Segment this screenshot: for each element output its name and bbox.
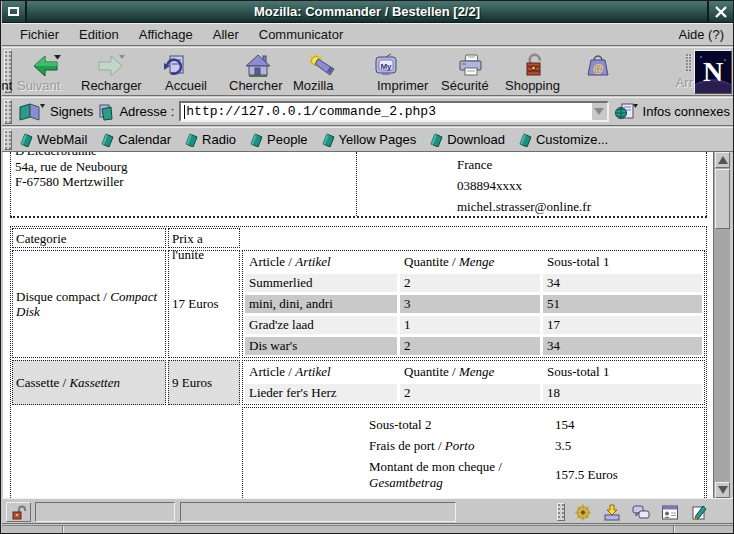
progress-panel xyxy=(35,502,175,522)
composer-component-button[interactable] xyxy=(686,502,712,522)
shopping-button[interactable]: @ Shopping xyxy=(566,49,630,94)
close-icon xyxy=(715,6,727,18)
navigator-component-button[interactable] xyxy=(570,502,596,522)
menu-aller[interactable]: Aller xyxy=(203,26,249,43)
related-info-label[interactable]: Infos connexes xyxy=(643,104,730,119)
total-label: Montant de mon cheque /Gesamtbetrag xyxy=(369,459,555,491)
personal-item-people[interactable]: People xyxy=(244,130,315,149)
article-subtotal: 34 xyxy=(543,337,702,355)
bookmark-ribbon-icon xyxy=(185,133,198,147)
forward-icon xyxy=(95,52,125,79)
address-book-component-button[interactable] xyxy=(657,502,683,522)
scroll-down-button[interactable] xyxy=(715,482,730,498)
scroll-up-icon xyxy=(718,156,728,164)
security-icon xyxy=(521,52,547,79)
ship-wheel-icon xyxy=(574,504,592,521)
unit-price-header: Prix a l'unite xyxy=(168,228,240,248)
address-card-icon xyxy=(661,504,679,521)
menu-edition[interactable]: Edition xyxy=(69,26,129,43)
bookmark-ribbon-icon xyxy=(250,133,263,147)
menu-affichage[interactable]: Affichage xyxy=(129,26,203,43)
category-header: Categorie xyxy=(12,228,166,248)
personal-item-yellow-pages[interactable]: Yellow Pages xyxy=(316,130,425,149)
netscape-logo[interactable]: N xyxy=(694,50,732,94)
article-qty: 2 xyxy=(400,274,540,292)
menu-bar: Fichier Edition Affichage Aller Communic… xyxy=(2,23,734,46)
composer-quill-icon xyxy=(690,504,708,521)
chat-bubbles-icon xyxy=(632,504,650,521)
cd-articles-cell: Article / Artikel Quantite / Menge Sous-… xyxy=(242,250,705,358)
qty-header: Quantite / Menge xyxy=(400,253,540,271)
subtotal2-value: 154 xyxy=(555,417,575,433)
bookmarks-label[interactable]: Signets xyxy=(50,104,93,119)
location-icon[interactable] xyxy=(98,103,114,121)
personal-toolbar: WebMail Calendar Radio People Yellow Pag… xyxy=(2,127,734,152)
shipping-value: 3.5 xyxy=(555,438,571,454)
personalbar-grip[interactable] xyxy=(4,130,12,150)
back-icon xyxy=(31,52,61,79)
cassette-category-cell: Cassette / Kassetten xyxy=(12,360,166,405)
subtotal1-header: Sous-total 1 xyxy=(543,363,702,381)
article-name: Grad'ze laad xyxy=(245,316,397,334)
article-name: Dis war's xyxy=(245,337,397,355)
customer-address-cell: D'Liederbrunne 54a, rue de Neubourg F-67… xyxy=(11,152,357,216)
customer-phone: 038894xxxx xyxy=(457,178,706,193)
personal-item-customize[interactable]: Customize... xyxy=(513,130,616,149)
window-menu-button[interactable] xyxy=(2,1,27,22)
menu-aide[interactable]: Aide (?) xyxy=(676,26,726,43)
addressbar-grip[interactable] xyxy=(4,100,12,124)
component-bar-grip[interactable] xyxy=(557,503,565,521)
article-qty: 1 xyxy=(400,316,540,334)
url-input[interactable]: http://127.0.0.1/commande_2.php3 xyxy=(179,101,608,122)
menu-fichier[interactable]: Fichier xyxy=(10,26,69,43)
bookmark-ribbon-icon xyxy=(430,133,443,147)
status-bar xyxy=(2,498,734,524)
customer-email: michel.strasser@online.fr xyxy=(457,199,706,214)
article-subtotal: 17 xyxy=(543,316,702,334)
scroll-up-button[interactable] xyxy=(715,152,730,168)
window-menu-icon xyxy=(8,7,19,16)
security-status-button[interactable] xyxy=(6,502,31,522)
personal-item-radio[interactable]: Radio xyxy=(179,130,244,149)
article-qty: 3 xyxy=(400,295,540,313)
reload-icon xyxy=(160,52,188,79)
window-title: Mozilla: Commander / Bestellen [2/2] xyxy=(27,1,707,22)
search-icon xyxy=(308,52,336,79)
scrollbar-thumb[interactable] xyxy=(715,169,730,229)
vertical-scrollbar[interactable] xyxy=(713,152,730,498)
personal-item-webmail[interactable]: WebMail xyxy=(14,130,95,149)
customer-contact-cell: France 038894xxxx michel.strasser@online… xyxy=(357,152,706,216)
window-resize-edge[interactable] xyxy=(2,525,734,534)
title-bar[interactable]: Mozilla: Commander / Bestellen [2/2] xyxy=(2,1,733,23)
article-subtotal: 18 xyxy=(543,384,702,402)
address-bar: Signets Adresse : http://127.0.0.1/comma… xyxy=(2,97,734,126)
close-button[interactable] xyxy=(707,1,733,22)
toolbar-mini-grip[interactable] xyxy=(686,54,692,71)
url-dropdown-button[interactable] xyxy=(592,103,607,120)
discussions-component-button[interactable] xyxy=(628,502,654,522)
customer-clipped-line: D'Liederbrunne xyxy=(15,152,352,159)
open-lock-icon xyxy=(12,505,26,520)
qty-header: Quantite / Menge xyxy=(400,363,540,381)
dropdown-arrow-icon xyxy=(594,108,604,115)
personal-item-calendar[interactable]: Calendar xyxy=(95,130,179,149)
menu-communicator[interactable]: Communicator xyxy=(249,26,354,43)
svg-text:N: N xyxy=(703,56,723,87)
bookmark-ribbon-icon xyxy=(519,133,532,147)
related-info-icon[interactable] xyxy=(614,102,638,121)
cassette-articles-cell: Article / Artikel Quantite / Menge Sous-… xyxy=(242,360,705,405)
article-name: Summerlied xyxy=(245,274,397,292)
customer-country: France xyxy=(457,157,706,172)
bookmark-ribbon-icon xyxy=(322,133,335,147)
browser-window: Mozilla: Commander / Bestellen [2/2] Fic… xyxy=(0,0,734,534)
content-area: D'Liederbrunne 54a, rue de Neubourg F-67… xyxy=(3,152,729,498)
personal-item-download[interactable]: Download xyxy=(424,130,513,149)
stop-button[interactable]: Arr xyxy=(676,75,693,90)
inbox-component-button[interactable] xyxy=(599,502,625,522)
home-icon xyxy=(244,52,272,79)
article-header: Article / Artikel xyxy=(245,253,397,271)
text-cursor xyxy=(184,105,185,119)
bookmarks-icon[interactable] xyxy=(19,102,45,121)
article-qty: 2 xyxy=(400,384,540,402)
bookmark-ribbon-icon xyxy=(20,133,33,147)
